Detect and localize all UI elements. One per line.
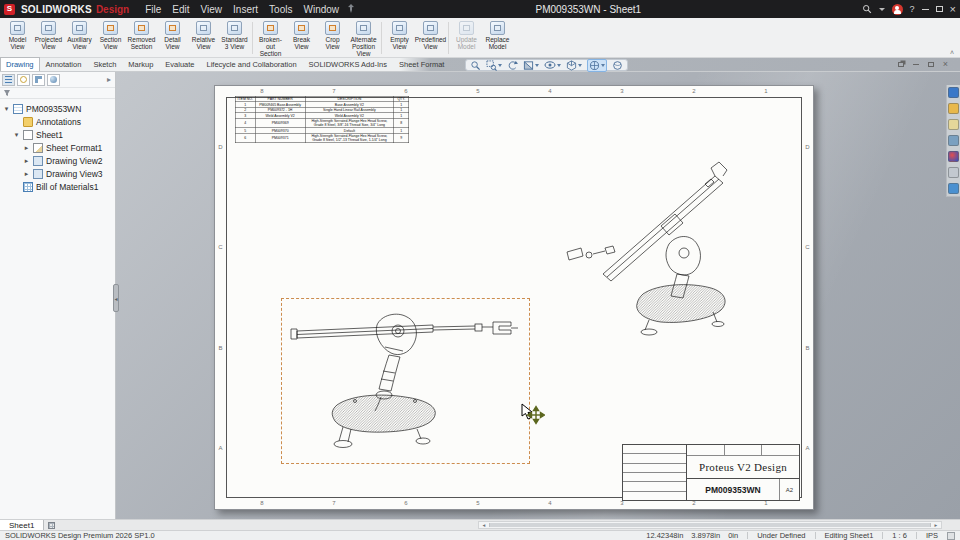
scrollbar-thumb[interactable] <box>489 523 931 527</box>
zoom-to-fit-icon[interactable] <box>470 60 481 71</box>
panel-flyout-icon[interactable]: ▸ <box>107 75 113 84</box>
tree-item-sheet-format1[interactable]: ▸ Sheet Format1 <box>0 141 115 154</box>
menu-window[interactable]: Window <box>303 4 339 15</box>
tab-evaluate[interactable]: Evaluate <box>159 57 200 71</box>
model-view-button[interactable]: Model View <box>2 19 33 57</box>
custom-properties-icon[interactable] <box>948 167 959 178</box>
title-block[interactable]: Proteus V2 Design PM009353WN A2 <box>622 444 800 501</box>
bom-row[interactable]: 4PM009369High-Strength Serrated-Flange H… <box>235 118 409 128</box>
help-icon[interactable]: ? <box>910 4 915 14</box>
tab-drawing[interactable]: Drawing <box>0 57 40 71</box>
search-icon[interactable] <box>862 4 872 14</box>
dropdown-caret-icon[interactable] <box>601 64 605 67</box>
file-explorer-icon[interactable] <box>948 119 959 130</box>
empty-view-button[interactable]: Empty View <box>384 19 415 57</box>
float-document-icon[interactable] <box>898 62 904 67</box>
break-view-button[interactable]: Break View <box>286 19 317 57</box>
menu-insert[interactable]: Insert <box>233 4 258 15</box>
tree-item-annotations[interactable]: Annotations <box>0 115 115 128</box>
search-caret-icon[interactable] <box>879 8 885 11</box>
section-view-button[interactable]: Section View <box>95 19 126 57</box>
tab-sheet-format[interactable]: Sheet Format <box>393 57 450 71</box>
broken-out-section-icon <box>263 21 278 35</box>
dropdown-caret-icon[interactable] <box>535 64 539 67</box>
crop-view-button[interactable]: Crop View <box>317 19 348 57</box>
expand-arrow-icon[interactable]: ▸ <box>23 144 30 152</box>
design-library-icon[interactable] <box>948 103 959 114</box>
display-manager-tab-icon[interactable] <box>47 74 60 86</box>
menu-view[interactable]: View <box>201 4 223 15</box>
auxiliary-view-button[interactable]: Auxiliary View <box>64 19 95 57</box>
forum-icon[interactable] <box>948 183 959 194</box>
dropdown-caret-icon[interactable] <box>498 64 502 67</box>
expand-arrow-icon[interactable]: ▾ <box>3 105 10 113</box>
dropdown-caret-icon[interactable] <box>578 64 582 67</box>
restore-document-icon[interactable] <box>928 62 934 67</box>
graphics-area[interactable]: ◂ 87654321 87654321 DCBA DCBA I <box>116 72 960 519</box>
panel-splitter-handle[interactable]: ◂ <box>113 284 119 312</box>
collapse-ribbon-icon[interactable]: ˄ <box>950 49 954 56</box>
tab-sketch[interactable]: Sketch <box>87 57 122 71</box>
tree-item-sheet1[interactable]: ▾ Sheet1 <box>0 128 115 141</box>
user-avatar[interactable] <box>892 4 903 15</box>
sheet-scale[interactable]: 1 : 6 <box>892 531 907 540</box>
standard-3-view-button[interactable]: Standard 3 View <box>219 19 250 57</box>
menu-edit[interactable]: Edit <box>172 4 189 15</box>
tab-markup[interactable]: Markup <box>122 57 159 71</box>
zoom-to-area-icon[interactable] <box>486 60 502 71</box>
removed-section-button[interactable]: Removed Section <box>126 19 157 57</box>
minimize-window-icon[interactable] <box>922 9 929 10</box>
tab-solidworks-add-ins[interactable]: SOLIDWORKS Add-Ins <box>303 57 393 71</box>
hide-show-items-icon[interactable] <box>587 59 607 72</box>
tree-item-bill-of-materials1[interactable]: Bill of Materials1 <box>0 180 115 193</box>
expand-arrow-icon[interactable]: ▸ <box>23 170 30 178</box>
configuration-manager-tab-icon[interactable] <box>32 74 45 86</box>
horizontal-scrollbar[interactable]: ◂ ▸ <box>478 521 942 529</box>
scroll-right-icon[interactable]: ▸ <box>931 522 941 528</box>
view-settings-icon[interactable] <box>612 60 623 71</box>
display-style-icon[interactable] <box>566 60 582 71</box>
menu-tools[interactable]: Tools <box>269 4 292 15</box>
drawing-sheet[interactable]: 87654321 87654321 DCBA DCBA ITEM NO. PAR… <box>214 85 814 510</box>
section-view-hud-icon[interactable] <box>523 60 539 71</box>
coord-z: 0in <box>728 531 738 540</box>
drawing-view-graphic-right[interactable] <box>565 156 755 336</box>
broken-out-section-button[interactable]: Broken-out Section <box>255 19 286 57</box>
tree-item-drawing-view2[interactable]: ▸ Drawing View2 <box>0 154 115 167</box>
add-sheet-button[interactable] <box>44 520 58 530</box>
units-setting[interactable]: IPS <box>926 531 938 540</box>
alternate-position-view-button[interactable]: Alternate Position View <box>348 19 379 57</box>
tab-annotation[interactable]: Annotation <box>40 57 88 71</box>
expand-arrow-icon[interactable]: ▾ <box>13 131 20 139</box>
predefined-view-button[interactable]: Predefined View <box>415 19 446 57</box>
feature-tree-tab-icon[interactable] <box>2 74 15 86</box>
tree-item-root[interactable]: ▾ PM009353WN <box>0 102 115 115</box>
sheet-tab-sheet1[interactable]: Sheet1 <box>0 520 44 530</box>
view-palette-icon[interactable] <box>948 135 959 146</box>
tree-item-drawing-view3[interactable]: ▸ Drawing View3 <box>0 167 115 180</box>
bom-table[interactable]: ITEM NO. PART NUMBER DESCRIPTION QTY. 1P… <box>235 96 409 176</box>
expand-arrow-icon[interactable]: ▸ <box>23 157 30 165</box>
pin-menu-icon[interactable] <box>347 4 355 15</box>
menu-file[interactable]: File <box>145 4 161 15</box>
tree-filter-bar[interactable] <box>0 88 115 99</box>
hide-show-annotations-icon[interactable] <box>544 60 561 70</box>
relative-view-button[interactable]: Relative View <box>188 19 219 57</box>
close-document-icon[interactable]: × <box>943 60 948 69</box>
dropdown-caret-icon[interactable] <box>557 64 561 67</box>
scroll-left-icon[interactable]: ◂ <box>479 522 489 528</box>
property-manager-tab-icon[interactable] <box>17 74 30 86</box>
home-icon[interactable] <box>948 87 959 98</box>
previous-view-icon[interactable] <box>507 60 518 71</box>
detail-view-button[interactable]: Detail View <box>157 19 188 57</box>
bom-row[interactable]: 6PM009371High-Strength Serrated-Flange H… <box>235 133 409 143</box>
appearances-icon[interactable] <box>948 151 959 162</box>
projected-view-button[interactable]: Projected View <box>33 19 64 57</box>
close-window-icon[interactable]: × <box>950 4 956 15</box>
tab-lifecycle-and-collaboration[interactable]: Lifecycle and Collaboration <box>201 57 303 71</box>
status-bar-options-icon[interactable] <box>947 532 955 540</box>
maximize-window-icon[interactable] <box>936 6 943 12</box>
replace-model-button[interactable]: Replace Model <box>482 19 513 57</box>
drawing-view-graphic-left[interactable] <box>285 301 530 461</box>
minimize-document-icon[interactable] <box>913 64 919 65</box>
